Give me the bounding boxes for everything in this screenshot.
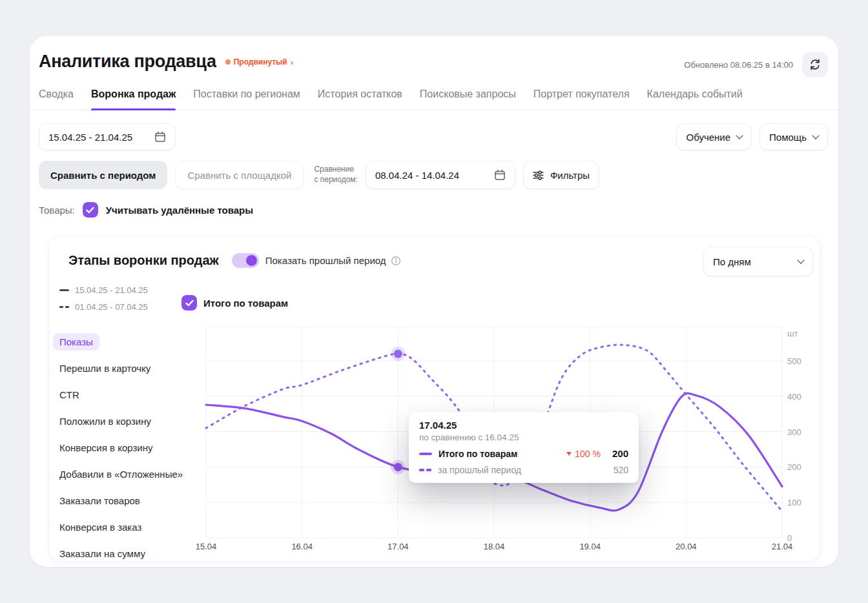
total-by-products-label: Итого по товарам [203,298,288,309]
metric-pokazy[interactable]: Показы [59,329,198,355]
tab-bar: Сводка Воронка продаж Поставки по регион… [30,77,838,110]
dashed-line-icon [59,306,69,308]
tab-kalendar-sobytiy[interactable]: Календарь событий [647,88,743,110]
date-range-picker[interactable]: 15.04.25 - 21.04.25 [39,123,176,150]
tooltip-previous-value: 520 [606,465,628,475]
help-dropdown-button[interactable]: Помощь [760,123,828,150]
x-axis-labels: 15.0416.0417.0418.0419.0420.0421.04 [206,542,782,553]
chevron-right-icon: › [291,58,293,66]
metric-ctr[interactable]: CTR [59,382,198,408]
include-deleted-checkbox[interactable] [83,202,98,218]
dashed-line-icon [419,469,431,471]
tooltip-current-label: Итого по товарам [439,449,517,459]
funnel-chart-card: Этапы воронки продаж Показать прошлый пе… [48,236,820,562]
x-axis-tick: 15.04 [196,542,217,551]
page-title: Аналитика продавца [39,52,216,72]
funnel-header: Этапы воронки продаж Показать прошлый пе… [68,253,401,268]
filters-label: Фильтры [550,170,590,181]
funnel-title: Этапы воронки продаж [68,253,219,268]
data-point-marker [394,463,402,471]
calendar-icon [154,131,166,143]
check-icon [185,300,194,307]
metric-pereshli-v-kartochku[interactable]: Перешли в карточку [59,355,198,382]
chevron-down-icon [812,132,819,139]
page-background: Аналитика продавца Продвинутый › Обновле… [0,0,868,603]
toggle-knob [246,255,257,266]
compare-with-period-button[interactable]: Сравнить с периодом [39,161,167,189]
funnel-metrics-list: Показы Перешли в карточку CTR Положили в… [59,329,198,567]
tab-poiskovye-zaprosy[interactable]: Поисковые запросы [420,88,516,110]
checkbox [181,295,197,311]
metric-konversiya-v-korzinu[interactable]: Конверсия в корзину [59,434,198,461]
metric-dobavili-v-otlozhennye[interactable]: Добавили в «Отложенные» [59,461,198,487]
x-axis-tick: 21.04 [772,542,793,551]
x-axis-tick: 17.04 [388,542,409,551]
y-axis-tick: 300 [787,427,801,436]
refresh-button[interactable] [802,52,828,77]
tooltip-previous-label: за прошлый период [438,465,521,475]
legend-current-period: 15.04.25 - 21.04.25 [59,281,148,298]
tab-voronka-prodazh[interactable]: Воронка продаж [91,88,176,110]
tab-istoriya-ostatkov[interactable]: История остатков [318,88,402,110]
granularity-select[interactable]: По дням [703,247,813,276]
training-label: Обучение [686,132,730,143]
help-label: Помощь [769,132,807,143]
solid-line-icon [59,289,69,291]
x-axis-tick: 16.04 [291,542,313,551]
granularity-value: По дням [713,256,751,267]
info-icon[interactable] [391,256,401,266]
y-axis-tick: 500 [787,356,801,366]
compare-period-caption: Сравнение с периодом: [314,165,358,185]
metric-zakazali-na-summu[interactable]: Заказали на сумму [59,540,198,567]
include-deleted-label: Учитывать удалённые товары [106,205,253,216]
y-axis-tick: 200 [787,462,801,472]
plan-badge-label: Продвинутый [234,57,287,66]
x-axis-tick: 19.04 [579,542,601,551]
data-point-marker [394,350,402,358]
x-axis-tick: 20.04 [676,542,697,551]
show-previous-period-toggle[interactable] [232,253,259,268]
chevron-down-icon [797,256,804,263]
y-axis-unit: шт [787,329,798,338]
chevron-down-icon [736,132,743,139]
tooltip-change-value: 100 % [575,449,601,459]
calendar-icon [494,169,506,181]
training-dropdown-button[interactable]: Обучение [676,123,752,150]
y-axis-labels: шт5004003002001000 [787,327,817,538]
refresh-icon [809,58,822,71]
legend-current-label: 15.04.25 - 21.04.25 [75,285,148,295]
y-axis-tick: 100 [787,498,801,507]
compare-date-range-picker[interactable]: 08.04.24 - 14.04.24 [366,161,515,189]
legend-previous-period: 01.04.25 - 07.04.25 [59,298,148,315]
solid-line-icon [419,453,432,455]
metric-zakazali-tovarov[interactable]: Заказали товаров [59,487,198,514]
compare-with-platform-button[interactable]: Сравнить с площадкой [175,161,304,189]
tooltip-previous-row: за прошлый период 520 [419,465,628,475]
plan-badge[interactable]: Продвинутый › [225,57,293,66]
tooltip-current-row: Итого по товарам 100 % 200 [419,448,628,459]
sliders-icon [533,170,544,180]
analytics-card: Аналитика продавца Продвинутый › Обновле… [30,36,838,567]
tab-svodka[interactable]: Сводка [39,88,74,110]
metric-konversiya-v-zakaz[interactable]: Конверсия в заказ [59,514,198,540]
tab-portret-pokupatelya[interactable]: Портрет покупателя [533,88,630,110]
y-axis-tick: 400 [787,391,801,401]
show-previous-period-label: Показать прошлый период [265,255,386,266]
badge-dot-icon [225,59,231,65]
date-range-value: 15.04.25 - 21.04.25 [48,132,132,143]
controls-row-3: Товары: Учитывать удалённые товары [30,189,838,218]
products-label: Товары: [39,205,75,216]
tooltip-date: 17.04.25 [419,420,628,431]
last-updated-text: Обновлено 08.06.25 в 14:00 [684,60,793,70]
tooltip-change: 100 % [566,449,601,459]
compare-caption-line1: Сравнение [314,165,358,175]
filters-button[interactable]: Фильтры [523,161,599,189]
tooltip-current-value: 200 [606,448,628,459]
compare-date-range-value: 08.04.24 - 14.04.24 [375,170,459,181]
header-actions: Обучение Помощь [676,123,828,150]
tooltip-compare-text: по сравнению с 16.04.25 [419,433,628,442]
controls-row-1: 15.04.25 - 21.04.25 Обучение Помощь [30,110,838,150]
metric-polozhili-v-korzinu[interactable]: Положили в корзину [59,408,198,434]
total-by-products-checkbox[interactable]: Итого по товарам [181,295,288,311]
tab-postavki-po-regionam[interactable]: Поставки по регионам [193,88,300,110]
